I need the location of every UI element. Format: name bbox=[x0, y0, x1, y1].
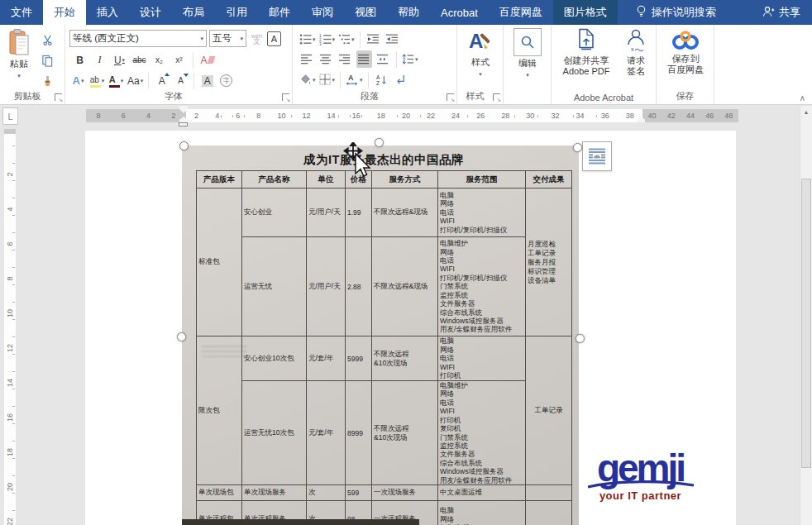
shading-button[interactable] bbox=[299, 71, 316, 88]
paste-button[interactable]: 粘贴 bbox=[3, 28, 35, 81]
text-effects-button[interactable]: A bbox=[70, 72, 86, 89]
tell-me-search[interactable]: 操作说明搜索 bbox=[626, 0, 726, 25]
tab-design[interactable]: 设计 bbox=[129, 0, 172, 25]
tab-acrobat[interactable]: Acrobat bbox=[430, 0, 489, 25]
tab-insert[interactable]: 插入 bbox=[86, 0, 129, 25]
layout-options-button[interactable] bbox=[582, 141, 612, 171]
font-color-button[interactable]: A bbox=[108, 72, 124, 89]
cut-button[interactable] bbox=[40, 31, 55, 49]
scrollbar-thumb[interactable] bbox=[801, 179, 811, 468]
share-button[interactable]: 共享 bbox=[751, 0, 812, 25]
bullets-button[interactable] bbox=[299, 31, 316, 48]
align-center-button[interactable] bbox=[318, 50, 334, 68]
editing-button[interactable]: 编辑 bbox=[512, 28, 543, 80]
asian-layout-button[interactable]: A bbox=[346, 71, 363, 88]
save-to-baidu-button[interactable]: 保存到 百度网盘 bbox=[663, 28, 708, 75]
ruler-number: 20 bbox=[401, 109, 411, 122]
styles-dropdown-arrow[interactable] bbox=[479, 68, 482, 79]
align-right-button[interactable] bbox=[337, 50, 353, 68]
ruler-number: 16 bbox=[351, 109, 361, 122]
borders-button[interactable] bbox=[319, 71, 336, 88]
enclose-characters-button[interactable]: 字 bbox=[218, 72, 234, 89]
strikethrough-button[interactable]: abc bbox=[131, 51, 147, 69]
share-label: 共享 bbox=[779, 5, 800, 20]
character-border-button[interactable]: A bbox=[267, 31, 281, 46]
selection-handle-middle-left[interactable] bbox=[177, 332, 186, 341]
tab-help[interactable]: 帮助 bbox=[387, 0, 430, 25]
tab-references[interactable]: 引用 bbox=[215, 0, 258, 25]
collapse-ribbon-button[interactable] bbox=[800, 93, 805, 103]
justify-button[interactable] bbox=[356, 50, 372, 68]
line-spacing-button[interactable] bbox=[402, 50, 418, 68]
italic-button[interactable]: I bbox=[92, 51, 107, 69]
ruler-number: 44 bbox=[685, 109, 695, 122]
tab-mailings[interactable]: 邮件 bbox=[258, 0, 301, 25]
editing-dropdown-arrow[interactable] bbox=[526, 69, 529, 80]
selected-table-photo[interactable]: 成为IT服务最杰出的中国品牌 产品版本 产品名称 单位 价格 服务方式 服务范围… bbox=[182, 146, 579, 525]
styles-icon: A bbox=[467, 28, 494, 57]
copy-button[interactable] bbox=[40, 52, 55, 69]
phonetic-guide-button[interactable]: wén文 bbox=[249, 30, 265, 47]
adobe-pdf-icon bbox=[576, 28, 596, 55]
tab-review[interactable]: 审阅 bbox=[301, 0, 344, 25]
left-indent-marker[interactable] bbox=[179, 122, 188, 126]
tab-file[interactable]: 文件 bbox=[0, 0, 43, 25]
ruler-number: 26 bbox=[475, 109, 485, 122]
ruler-number: 12 bbox=[302, 109, 312, 122]
bold-button[interactable]: B bbox=[72, 51, 88, 69]
cell-name: 运营无忧10次包 bbox=[242, 381, 307, 485]
document-page[interactable]: 成为IT服务最杰出的中国品牌 产品版本 产品名称 单位 价格 服务方式 服务范围… bbox=[85, 131, 736, 525]
align-left-button[interactable] bbox=[299, 50, 315, 68]
shrink-font-button[interactable]: A bbox=[173, 72, 189, 89]
divider bbox=[396, 51, 397, 68]
underline-button[interactable]: U bbox=[112, 51, 127, 69]
tab-layout[interactable]: 布局 bbox=[172, 0, 215, 25]
share-person-icon bbox=[762, 6, 775, 20]
superscript-button[interactable]: x² bbox=[171, 51, 187, 69]
show-marks-button[interactable] bbox=[393, 71, 408, 88]
distribute-button[interactable] bbox=[375, 50, 391, 68]
tab-picture-format[interactable]: 图片格式 bbox=[553, 0, 618, 25]
ruler-number: 6 bbox=[0, 238, 27, 250]
styles-dialog-launcher[interactable] bbox=[493, 93, 500, 101]
clipboard-dialog-launcher[interactable] bbox=[55, 93, 62, 101]
styles-button[interactable]: A 样式 bbox=[464, 28, 497, 79]
ruler-number: 32 bbox=[550, 109, 560, 122]
ruler-number: 10 bbox=[276, 109, 286, 122]
acrobat-group-label: Adobe Acrobat bbox=[552, 93, 656, 103]
decrease-indent-button[interactable] bbox=[365, 31, 381, 48]
paste-dropdown-arrow[interactable] bbox=[17, 69, 21, 81]
enclose-char-glyph: 字 bbox=[220, 74, 232, 87]
subscript-button[interactable]: x₂ bbox=[151, 51, 167, 69]
tab-home[interactable]: 开始 bbox=[43, 0, 86, 25]
change-case-button[interactable]: Aa bbox=[127, 72, 143, 89]
sort-button[interactable]: AZ bbox=[374, 71, 389, 88]
request-signatures-button[interactable]: x 请求 签名 bbox=[619, 28, 652, 77]
selection-handle-top-left[interactable] bbox=[179, 141, 189, 150]
tab-baidu-netdisk[interactable]: 百度网盘 bbox=[489, 0, 553, 25]
horizontal-ruler[interactable]: 2468101214161820222426283032343638 bbox=[186, 109, 642, 122]
font-color-glyph: A bbox=[109, 74, 120, 88]
grow-font-button[interactable]: A bbox=[154, 72, 170, 89]
shrink-arrow bbox=[184, 74, 189, 77]
format-painter-button[interactable] bbox=[40, 73, 55, 90]
scroll-up-button[interactable] bbox=[800, 106, 812, 118]
selection-handle-top-middle[interactable] bbox=[375, 138, 384, 147]
vertical-scrollbar[interactable] bbox=[800, 106, 812, 525]
multilevel-list-button[interactable] bbox=[338, 31, 355, 48]
tab-view[interactable]: 视图 bbox=[344, 0, 387, 25]
paragraph-dialog-launcher[interactable] bbox=[447, 93, 454, 101]
selection-handle-top-right[interactable] bbox=[573, 143, 582, 152]
tab-stop-selector[interactable]: L bbox=[2, 107, 18, 125]
highlight-color-button[interactable]: ab bbox=[89, 72, 105, 89]
font-name-select[interactable]: 等线 (西文正文) bbox=[69, 30, 207, 47]
character-shading-button[interactable]: A bbox=[199, 72, 215, 89]
font-dialog-launcher[interactable] bbox=[282, 93, 289, 101]
vertical-ruler[interactable]: 246810121416182022 bbox=[4, 129, 16, 525]
clear-formatting-button[interactable]: A bbox=[199, 51, 215, 69]
numbering-button[interactable]: 123 bbox=[319, 31, 336, 48]
increase-indent-button[interactable] bbox=[385, 31, 400, 48]
create-share-pdf-button[interactable]: 创建并共享 Adobe PDF bbox=[556, 28, 616, 77]
selection-handle-middle-right[interactable] bbox=[576, 334, 585, 343]
font-size-select[interactable]: 五号 bbox=[209, 30, 246, 47]
